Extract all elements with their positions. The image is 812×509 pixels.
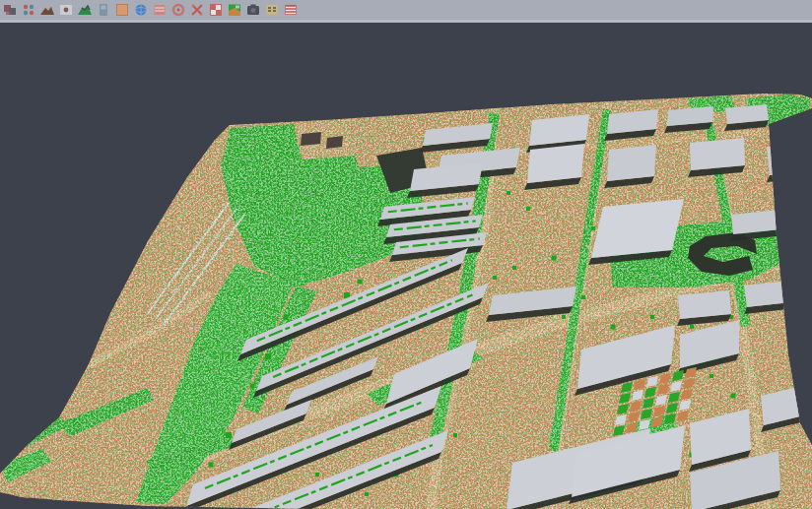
- filter-table-icon[interactable]: [264, 2, 280, 18]
- viewport-3d[interactable]: [0, 23, 812, 509]
- orthomosaic-icon[interactable]: [114, 2, 130, 18]
- point-noise: [0, 23, 812, 509]
- tree: [802, 414, 806, 417]
- tree: [358, 280, 363, 285]
- building-roof: [591, 199, 684, 258]
- classification-icon[interactable]: [227, 2, 242, 18]
- tree: [690, 325, 694, 329]
- building-roof: [527, 144, 584, 183]
- building-shadow: [767, 172, 803, 182]
- terrain-model-icon[interactable]: [77, 2, 93, 18]
- vegetation-patch: [788, 291, 808, 339]
- tree: [526, 207, 530, 211]
- tree: [591, 226, 595, 230]
- flag-icon[interactable]: [283, 2, 299, 18]
- tree: [788, 118, 793, 123]
- tree: [493, 276, 497, 280]
- toolbar: [0, 0, 812, 20]
- application-window: [0, 0, 812, 509]
- camera-icon[interactable]: [245, 2, 261, 18]
- building-roof: [607, 145, 656, 181]
- building-roof: [678, 290, 731, 319]
- sparse-cloud-icon[interactable]: [58, 2, 74, 18]
- tree: [792, 295, 796, 299]
- shadow-patch: [326, 136, 343, 149]
- dem-brown-icon[interactable]: [39, 2, 55, 18]
- tree: [315, 473, 319, 477]
- tree: [788, 197, 792, 201]
- tree: [507, 191, 510, 195]
- target-icon[interactable]: [170, 2, 186, 18]
- building-roof: [690, 138, 745, 170]
- tree: [796, 354, 801, 359]
- building-roof: [767, 145, 803, 175]
- tree: [250, 384, 255, 389]
- tree: [226, 432, 232, 438]
- expand-icon[interactable]: [189, 2, 205, 18]
- tree: [581, 295, 585, 299]
- tree: [209, 463, 214, 468]
- shadow-patch: [301, 132, 321, 146]
- tree: [562, 315, 566, 319]
- tree: [710, 374, 713, 378]
- globe-icon[interactable]: [133, 2, 149, 18]
- tree: [650, 315, 654, 319]
- tree: [552, 256, 557, 261]
- attribute-table-icon[interactable]: [152, 2, 168, 18]
- tree: [453, 433, 457, 437]
- open-project-icon[interactable]: [2, 2, 18, 18]
- region-icon[interactable]: [208, 2, 224, 18]
- tree: [284, 315, 289, 320]
- tree: [512, 266, 516, 270]
- tree: [783, 158, 787, 161]
- tie-points-icon[interactable]: [21, 2, 36, 18]
- tree: [365, 492, 369, 496]
- classified-terrain-scene: [0, 23, 812, 509]
- side-panel-icon[interactable]: [96, 2, 111, 18]
- tree: [265, 353, 271, 359]
- tree: [731, 394, 736, 399]
- tree: [611, 325, 616, 330]
